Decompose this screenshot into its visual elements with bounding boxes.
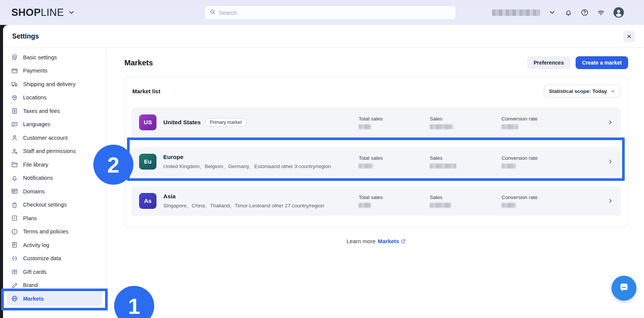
bell-icon xyxy=(11,174,18,182)
sidebar-item-file-library[interactable]: File library xyxy=(7,158,102,171)
sidebar-item-customer-account[interactable]: Customer account xyxy=(7,131,102,145)
redacted-value xyxy=(502,124,518,129)
pin-icon xyxy=(11,94,18,101)
market-regions: United Kingdom、Belgium、Germany、Estoniaan… xyxy=(163,163,359,170)
sidebar-item-label: Shipping and delivery xyxy=(23,81,76,87)
statistical-scope-dropdown[interactable]: Statistical scope: Today xyxy=(544,85,620,97)
sidebar-item-notifications[interactable]: Notifications xyxy=(7,171,102,185)
sidebar-item-label: Markets xyxy=(23,296,44,302)
chevron-right-icon[interactable] xyxy=(600,119,621,125)
receipt-icon xyxy=(11,107,18,114)
close-icon[interactable] xyxy=(623,31,635,42)
markets-content: Markets Preferences Create a market Mark… xyxy=(106,48,644,318)
settings-header: Settings xyxy=(3,25,644,48)
market-code-badge: US xyxy=(139,114,156,130)
sidebar-item-activity-log[interactable]: Activity log xyxy=(7,238,102,252)
sidebar-item-languages[interactable]: ENLanguages xyxy=(7,118,102,131)
avatar[interactable] xyxy=(613,7,624,18)
sidebar-item-label: Customer account xyxy=(23,135,68,141)
sidebar-item-domains[interactable]: Domains xyxy=(7,185,102,198)
markets-doc-link[interactable]: Markets xyxy=(378,238,399,244)
info-circle-icon xyxy=(11,228,18,235)
stat-label-sales: Sales xyxy=(430,155,502,161)
primary-market-badge: Primary market xyxy=(205,118,247,127)
sidebar-item-label: Taxes and fees xyxy=(23,108,60,114)
person-icon xyxy=(11,134,18,141)
redacted-value xyxy=(430,124,453,129)
language-bubble-icon: EN xyxy=(11,121,18,128)
doc-lines-icon xyxy=(11,241,18,249)
card-title: Market list xyxy=(132,88,160,94)
shopline-logo[interactable]: SHOPLINE xyxy=(11,0,76,25)
market-row-asia[interactable]: As Asia Singapore、China、Thailand、Timor-L… xyxy=(132,186,621,216)
sidebar-item-brand[interactable]: Brand xyxy=(7,279,102,292)
person-key-icon xyxy=(11,148,18,155)
scope-dropdown-value: Statistical scope: Today xyxy=(549,88,607,94)
sidebar-item-label: Brand xyxy=(23,282,38,288)
market-code-badge: Eu xyxy=(139,154,156,170)
sidebar-item-shipping-and-delivery[interactable]: Shipping and delivery xyxy=(7,77,102,91)
chevron-down-icon xyxy=(610,89,615,94)
chevron-right-icon[interactable] xyxy=(600,159,621,165)
stat-label-conversion-rate: Conversion rate xyxy=(502,155,600,161)
global-search xyxy=(204,6,456,20)
redacted-value xyxy=(430,164,456,168)
market-row-united-states[interactable]: US United States Primary market Total sa… xyxy=(132,108,621,137)
redacted-value xyxy=(359,124,371,129)
preferences-button[interactable]: Preferences xyxy=(527,56,570,69)
truck-icon xyxy=(11,80,18,88)
help-icon[interactable] xyxy=(581,8,589,17)
sidebar-item-terms-and-policies[interactable]: Terms and policies xyxy=(7,225,102,239)
sidebar-item-label: Terms and policies xyxy=(23,228,68,235)
sidebar-item-basic-settings[interactable]: Basic settings xyxy=(7,51,102,64)
sidebar-item-taxes-and-fees[interactable]: Taxes and fees xyxy=(7,104,102,118)
redacted-value xyxy=(359,203,371,208)
wifi-icon[interactable] xyxy=(597,8,605,17)
notifications-bell-icon[interactable] xyxy=(564,8,573,17)
sidebar-item-label: File library xyxy=(23,162,48,168)
stat-label-conversion-rate: Conversion rate xyxy=(502,195,600,200)
stat-label-sales: Sales xyxy=(430,195,502,200)
sidebar-item-label: Staff and permissions xyxy=(23,148,76,154)
shopping-bag-icon xyxy=(11,201,18,208)
sidebar-item-label: Gift cards xyxy=(23,269,46,275)
sidebar-item-staff-and-permissions[interactable]: Staff and permissions xyxy=(7,145,102,158)
sidebar-item-checkout-settings[interactable]: Checkout settings xyxy=(7,198,102,212)
chat-launcher-button[interactable] xyxy=(611,276,636,301)
settings-sidebar: Basic settingsPaymentsShipping and deliv… xyxy=(3,48,106,318)
wallet-icon xyxy=(11,67,18,74)
folder-icon xyxy=(11,161,18,168)
sidebar-item-label: Activity log xyxy=(23,242,49,248)
sidebar-item-label: Locations xyxy=(23,94,46,100)
sidebar-item-plans[interactable]: Plans xyxy=(7,211,102,225)
sidebar-item-locations[interactable]: Locations xyxy=(7,91,102,105)
market-name: United States xyxy=(163,119,201,126)
topbar: SHOPLINE xyxy=(0,0,644,25)
sidebar-item-markets[interactable]: Markets xyxy=(7,292,102,306)
sidebar-item-customize-data[interactable]: Customize data xyxy=(7,252,102,266)
sidebar-item-gift-cards[interactable]: Gift cards xyxy=(7,265,102,279)
sidebar-item-payments[interactable]: Payments xyxy=(7,64,102,78)
external-link-icon xyxy=(401,239,406,245)
redacted-value xyxy=(430,203,451,208)
pen-icon xyxy=(11,282,18,289)
learn-more-text: Learn more xyxy=(347,238,376,244)
gift-card-icon xyxy=(11,268,18,275)
stat-label-total-sales: Total sales xyxy=(359,155,430,161)
account-chevron-down-icon[interactable] xyxy=(548,8,556,17)
redacted-value xyxy=(502,164,516,168)
market-name: Asia xyxy=(163,193,176,200)
redacted-value xyxy=(359,164,373,168)
sidebar-item-label: Payments xyxy=(23,68,47,74)
market-row-europe[interactable]: Eu Europe United Kingdom、Belgium、Germany… xyxy=(132,147,621,176)
sidebar-item-label: Checkout settings xyxy=(23,202,67,208)
sidebar-item-label: Plans xyxy=(23,215,37,221)
svg-text:EN: EN xyxy=(13,123,16,125)
market-regions: Singapore、China、Thailand、Timor-Lesteand … xyxy=(163,202,359,209)
chevron-right-icon[interactable] xyxy=(600,198,621,204)
sidebar-item-label: Customize data xyxy=(23,255,61,261)
search-input[interactable] xyxy=(219,9,451,16)
stat-label-total-sales: Total sales xyxy=(359,116,430,122)
stat-label-conversion-rate: Conversion rate xyxy=(502,116,600,122)
create-market-button[interactable]: Create a market xyxy=(576,56,628,69)
